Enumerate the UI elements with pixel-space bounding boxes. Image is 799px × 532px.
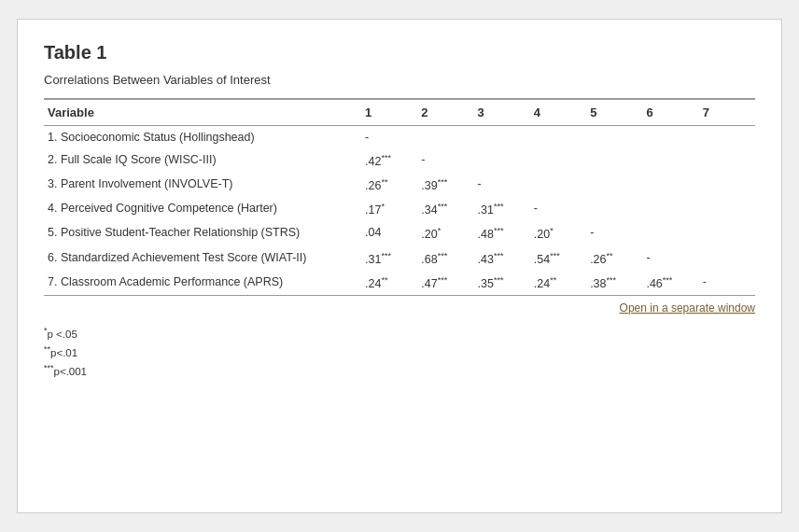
table-row: 7. Classroom Academic Performance (APRS)… (44, 271, 755, 296)
row-4-col-5: - (586, 221, 642, 245)
row-3-col-2: .34*** (417, 197, 473, 221)
row-5-variable: 6. Standardized Achievement Test Score (… (44, 246, 361, 271)
row-2-col-7 (699, 173, 755, 197)
header-col-3: 3 (474, 99, 530, 126)
row-6-col-5: .38*** (586, 271, 642, 296)
row-6-col-3: .35*** (474, 271, 530, 296)
row-1-col-7 (699, 148, 755, 173)
table-row: 2. Full Scale IQ Score (WISC-III).42***- (44, 148, 755, 173)
table-subtitle: Correlations Between Variables of Intere… (44, 73, 755, 87)
row-0-col-5 (586, 126, 642, 149)
row-3-col-7 (699, 197, 755, 221)
header-col-5: 5 (586, 99, 642, 126)
row-1-col-4 (530, 148, 586, 173)
row-5-col-1: .31*** (361, 246, 417, 271)
row-3-col-1: .17* (361, 197, 417, 221)
row-4-col-6 (642, 221, 698, 245)
row-2-col-6 (642, 173, 698, 197)
row-3-col-6 (642, 197, 698, 221)
header-col-7: 7 (699, 99, 755, 126)
row-5-col-6: - (642, 246, 698, 271)
open-in-window-link[interactable]: Open in a separate window (44, 301, 755, 315)
header-col-4: 4 (530, 99, 586, 126)
row-6-col-7: - (699, 271, 755, 296)
row-5-col-4: .54*** (530, 246, 586, 271)
table-row: 5. Positive Student-Teacher Relationship… (44, 221, 755, 245)
row-6-col-1: .24** (361, 271, 417, 296)
row-0-col-1: - (361, 126, 417, 149)
row-6-col-6: .46*** (642, 271, 698, 296)
row-4-col-1: .04 (361, 221, 417, 245)
row-1-col-1: .42*** (361, 148, 417, 173)
row-0-col-4 (530, 126, 586, 149)
table-card: Table 1 Correlations Between Variables o… (17, 19, 782, 513)
row-0-variable: 1. Socioeconomic Status (Hollingshead) (44, 126, 361, 149)
row-1-variable: 2. Full Scale IQ Score (WISC-III) (44, 148, 361, 173)
row-1-col-2: - (417, 148, 473, 173)
header-col-1: 1 (361, 99, 417, 126)
row-3-col-5 (586, 197, 642, 221)
row-0-col-7 (699, 126, 755, 149)
row-2-col-3: - (474, 173, 530, 197)
table-row: 1. Socioeconomic Status (Hollingshead)- (44, 126, 755, 149)
header-col-0: Variable (44, 99, 361, 126)
row-4-col-7 (699, 221, 755, 245)
row-5-col-7 (699, 246, 755, 271)
row-0-col-6 (642, 126, 698, 149)
table-title: Table 1 (44, 42, 755, 63)
header-col-2: 2 (417, 99, 473, 126)
row-0-col-2 (417, 126, 473, 149)
row-2-col-2: .39*** (417, 173, 473, 197)
header-col-6: 6 (642, 99, 698, 126)
row-4-col-3: .48*** (474, 221, 530, 245)
row-5-col-2: .68*** (417, 246, 473, 271)
row-0-col-3 (474, 126, 530, 149)
row-2-col-5 (586, 173, 642, 197)
row-1-col-5 (586, 148, 642, 173)
row-3-variable: 4. Perceived Cognitive Competence (Harte… (44, 197, 361, 221)
footnotes-section: *p <.05**p<.01***p<.001 (44, 324, 755, 381)
footnote-item: *p <.05 (44, 324, 755, 343)
row-6-col-2: .47*** (417, 271, 473, 296)
row-3-col-4: - (530, 197, 586, 221)
table-header-row: Variable1234567 (44, 99, 755, 126)
row-4-col-4: .20* (530, 221, 586, 245)
row-1-col-3 (474, 148, 530, 173)
row-6-variable: 7. Classroom Academic Performance (APRS) (44, 271, 361, 296)
footnote-item: **p<.01 (44, 343, 755, 361)
row-3-col-3: .31*** (474, 197, 530, 221)
row-4-col-2: .20* (417, 221, 473, 245)
footnote-item: ***p<.001 (44, 361, 755, 380)
row-5-col-3: .43*** (474, 246, 530, 271)
row-1-col-6 (642, 148, 698, 173)
table-row: 3. Parent Involvement (INVOLVE-T).26**.3… (44, 173, 755, 197)
row-6-col-4: .24** (530, 271, 586, 296)
row-5-col-5: .26** (586, 246, 642, 271)
correlation-table: Variable1234567 1. Socioeconomic Status … (44, 98, 755, 296)
row-2-variable: 3. Parent Involvement (INVOLVE-T) (44, 173, 361, 197)
row-2-col-4 (530, 173, 586, 197)
table-row: 4. Perceived Cognitive Competence (Harte… (44, 197, 755, 221)
row-4-variable: 5. Positive Student-Teacher Relationship… (44, 221, 361, 245)
row-2-col-1: .26** (361, 173, 417, 197)
table-row: 6. Standardized Achievement Test Score (… (44, 246, 755, 271)
